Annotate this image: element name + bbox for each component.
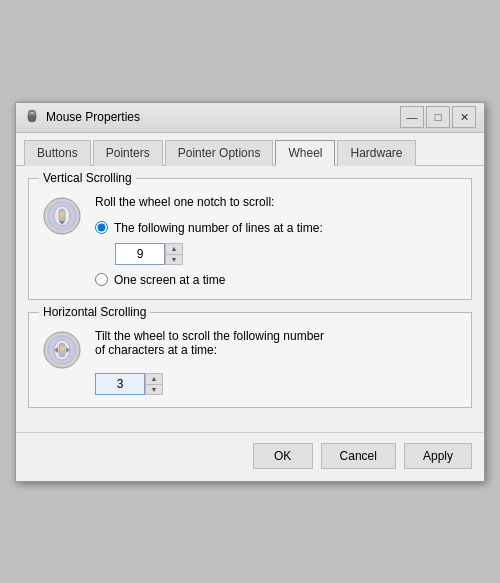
horizontal-scrolling-content: Tilt the wheel to scroll the following n… <box>41 329 459 395</box>
screen-radio-label[interactable]: One screen at a time <box>114 273 225 287</box>
horizontal-scrolling-group: Horizontal Scrolling Til <box>28 312 472 408</box>
lines-radio-row: The following number of lines at a time: <box>95 221 459 235</box>
tab-wheel[interactable]: Wheel <box>275 140 335 166</box>
tab-pointers[interactable]: Pointers <box>93 140 163 166</box>
cancel-button[interactable]: Cancel <box>321 443 396 469</box>
tabs-bar: Buttons Pointers Pointer Options Wheel H… <box>16 133 484 166</box>
svg-rect-8 <box>60 212 65 217</box>
tab-buttons[interactable]: Buttons <box>24 140 91 166</box>
title-bar-left: Mouse Properties <box>24 109 140 125</box>
chars-spinner-input[interactable] <box>95 373 145 395</box>
minimize-button[interactable]: — <box>400 106 424 128</box>
horizontal-scrolling-label: Horizontal Scrolling <box>39 305 150 319</box>
vertical-scrolling-label: Vertical Scrolling <box>39 171 136 185</box>
lines-spin-up[interactable]: ▲ <box>165 243 183 254</box>
ok-button[interactable]: OK <box>253 443 313 469</box>
vertical-scrolling-content: Roll the wheel one notch to scroll: The … <box>41 195 459 287</box>
lines-spinner-row: ▲ ▼ <box>115 243 459 265</box>
vertical-scroll-row: Roll the wheel one notch to scroll: The … <box>41 195 459 287</box>
screen-radio[interactable] <box>95 273 108 286</box>
mouse-properties-window: Mouse Properties — □ ✕ Buttons Pointers … <box>15 102 485 482</box>
vertical-scroll-icon <box>41 195 83 237</box>
lines-radio[interactable] <box>95 221 108 234</box>
lines-spinner-buttons: ▲ ▼ <box>165 243 183 265</box>
title-bar: Mouse Properties — □ ✕ <box>16 103 484 133</box>
tab-content: Vertical Scrolling Roll the wheel one <box>16 166 484 432</box>
vertical-scrolling-group: Vertical Scrolling Roll the wheel one <box>28 178 472 300</box>
close-button[interactable]: ✕ <box>452 106 476 128</box>
mouse-icon <box>24 109 40 125</box>
window-title: Mouse Properties <box>46 110 140 124</box>
horizontal-description: Tilt the wheel to scroll the following n… <box>95 329 459 357</box>
tab-hardware[interactable]: Hardware <box>337 140 415 166</box>
horizontal-scroll-row: Tilt the wheel to scroll the following n… <box>41 329 459 395</box>
vertical-options: Roll the wheel one notch to scroll: The … <box>95 195 459 287</box>
horizontal-options: Tilt the wheel to scroll the following n… <box>95 329 459 395</box>
apply-button[interactable]: Apply <box>404 443 472 469</box>
chars-spin-down[interactable]: ▼ <box>145 384 163 395</box>
maximize-button[interactable]: □ <box>426 106 450 128</box>
lines-radio-label[interactable]: The following number of lines at a time: <box>114 221 323 235</box>
screen-radio-row: One screen at a time <box>95 273 459 287</box>
svg-rect-14 <box>60 346 65 351</box>
chars-spinner-row: ▲ ▼ <box>95 373 459 395</box>
vertical-description: Roll the wheel one notch to scroll: <box>95 195 459 209</box>
chars-spin-up[interactable]: ▲ <box>145 373 163 384</box>
lines-spin-down[interactable]: ▼ <box>165 254 183 265</box>
tab-pointer-options[interactable]: Pointer Options <box>165 140 274 166</box>
title-bar-buttons: — □ ✕ <box>400 106 476 128</box>
chars-spinner-buttons: ▲ ▼ <box>145 373 163 395</box>
svg-rect-3 <box>31 112 34 114</box>
dialog-footer: OK Cancel Apply <box>16 432 484 481</box>
horizontal-scroll-icon <box>41 329 83 371</box>
lines-spinner-input[interactable] <box>115 243 165 265</box>
